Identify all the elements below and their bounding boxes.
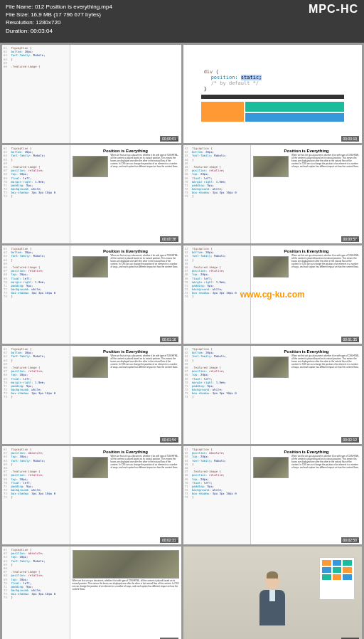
- watermark-overlay: www.cg-ku.com: [240, 290, 305, 300]
- app-name: MPC-HC: [309, 3, 358, 16]
- thumbnail-12[interactable]: lynda 00:03:04: [183, 546, 363, 639]
- thumbnail-6[interactable]: 61 figcaption {62 bottom: 20px;63 font-f…: [183, 245, 363, 344]
- thumbnail-10[interactable]: 61 figcaption {62 position: absolute;63 …: [183, 446, 363, 544]
- thumbnail-grid: 61 figcaption {62 bottom: 20px;63 font-f…: [0, 43, 364, 639]
- thumbnail-11[interactable]: 61 figcaption {62 position: absolute;63 …: [2, 546, 181, 639]
- thumbnail-7[interactable]: 61 figcaption {62 bottom: 20px;63 font-f…: [2, 346, 181, 444]
- thumbnail-1[interactable]: 61 figcaption {62 bottom: 20px;63 font-f…: [2, 45, 181, 143]
- thumbnail-5[interactable]: 61 figcaption {62 bottom: 20px;63 font-f…: [2, 245, 181, 344]
- thumbnail-3[interactable]: 61 figcaption {62 bottom: 20px;63 font-f…: [2, 145, 181, 243]
- thumbnail-8[interactable]: 61 figcaption {62 bottom: 20px;63 font-f…: [183, 346, 363, 444]
- thumbnail-4[interactable]: 61 figcaption {62 bottom: 20px;63 font-f…: [183, 145, 363, 243]
- thumbnail-9[interactable]: 61 figcaption {62 position: absolute;63 …: [2, 446, 181, 544]
- file-info-header: File Name: 012 Position is everything.mp…: [0, 0, 364, 43]
- thumbnail-2[interactable]: div { position: static; /* by default */…: [183, 45, 363, 143]
